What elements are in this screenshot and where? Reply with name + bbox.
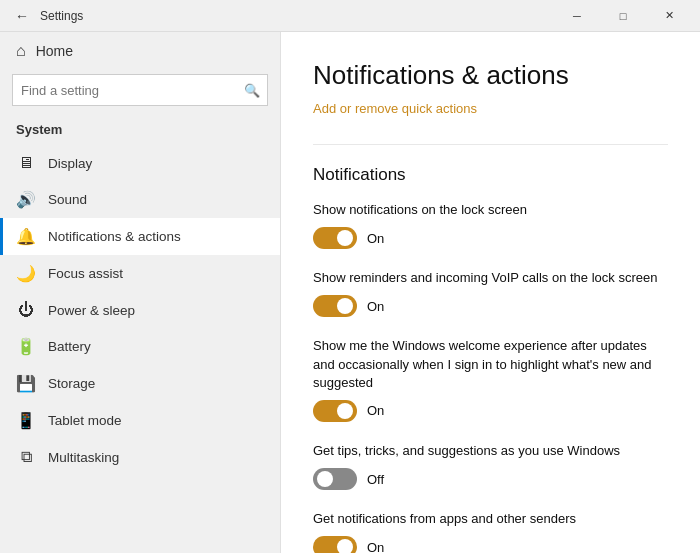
setting-app-notif-label: Get notifications from apps and other se… bbox=[313, 510, 668, 528]
sidebar-item-tablet[interactable]: 📱 Tablet mode bbox=[0, 402, 280, 439]
title-bar: ← Settings ─ □ ✕ bbox=[0, 0, 700, 32]
close-button[interactable]: ✕ bbox=[646, 0, 692, 32]
toggle-welcome-experience[interactable] bbox=[313, 400, 357, 422]
toggle-tips-tricks[interactable] bbox=[313, 468, 357, 490]
tablet-icon: 📱 bbox=[16, 411, 36, 430]
app-body: ⌂ Home 🔍 System 🖥 Display 🔊 Sound 🔔 Noti… bbox=[0, 32, 700, 553]
toggle-lock-screen-notif-thumb bbox=[337, 230, 353, 246]
toggle-tips-tricks-state: Off bbox=[367, 472, 384, 487]
home-label: Home bbox=[36, 43, 73, 59]
toggle-app-notif-thumb bbox=[337, 539, 353, 553]
sidebar-item-battery-label: Battery bbox=[48, 339, 91, 354]
toggle-lock-screen-notif-state: On bbox=[367, 231, 384, 246]
toggle-voip-notif-state: On bbox=[367, 299, 384, 314]
sidebar-item-power[interactable]: ⏻ Power & sleep bbox=[0, 292, 280, 328]
search-input[interactable] bbox=[12, 74, 268, 106]
toggle-voip-notif-thumb bbox=[337, 298, 353, 314]
setting-welcome-experience-label: Show me the Windows welcome experience a… bbox=[313, 337, 668, 392]
divider bbox=[313, 144, 668, 145]
toggle-lock-screen-notif[interactable] bbox=[313, 227, 357, 249]
sidebar-item-sound-label: Sound bbox=[48, 192, 87, 207]
maximize-icon: □ bbox=[620, 10, 627, 22]
home-icon: ⌂ bbox=[16, 42, 26, 60]
setting-welcome-experience: Show me the Windows welcome experience a… bbox=[313, 337, 668, 422]
toggle-welcome-experience-track bbox=[313, 400, 357, 422]
toggle-voip-notif-track bbox=[313, 295, 357, 317]
sidebar-item-storage[interactable]: 💾 Storage bbox=[0, 365, 280, 402]
quick-actions-link[interactable]: Add or remove quick actions bbox=[313, 101, 477, 116]
back-icon: ← bbox=[15, 8, 29, 24]
minimize-button[interactable]: ─ bbox=[554, 0, 600, 32]
setting-app-notif-toggle-row: On bbox=[313, 536, 668, 553]
sidebar-item-focus[interactable]: 🌙 Focus assist bbox=[0, 255, 280, 292]
setting-welcome-experience-toggle-row: On bbox=[313, 400, 668, 422]
main-panel: Notifications & actions Add or remove qu… bbox=[280, 32, 700, 553]
sidebar-item-focus-label: Focus assist bbox=[48, 266, 123, 281]
setting-tips-tricks: Get tips, tricks, and suggestions as you… bbox=[313, 442, 668, 490]
setting-voip-notif: Show reminders and incoming VoIP calls o… bbox=[313, 269, 668, 317]
notifications-icon: 🔔 bbox=[16, 227, 36, 246]
toggle-welcome-experience-state: On bbox=[367, 403, 384, 418]
notifications-section-title: Notifications bbox=[313, 165, 668, 185]
sidebar-item-notifications[interactable]: 🔔 Notifications & actions bbox=[0, 218, 280, 255]
close-icon: ✕ bbox=[665, 9, 674, 22]
sidebar-item-notifications-label: Notifications & actions bbox=[48, 229, 181, 244]
toggle-voip-notif[interactable] bbox=[313, 295, 357, 317]
page-title: Notifications & actions bbox=[313, 60, 668, 91]
sidebar-search-container: 🔍 bbox=[12, 74, 268, 106]
sidebar-section-label: System bbox=[0, 118, 280, 145]
toggle-app-notif-state: On bbox=[367, 540, 384, 553]
back-button[interactable]: ← bbox=[8, 2, 36, 30]
sidebar-item-tablet-label: Tablet mode bbox=[48, 413, 122, 428]
toggle-app-notif[interactable] bbox=[313, 536, 357, 553]
sidebar-item-multitasking-label: Multitasking bbox=[48, 450, 119, 465]
window-title: Settings bbox=[40, 9, 83, 23]
sidebar-item-display-label: Display bbox=[48, 156, 92, 171]
setting-lock-screen-notif-toggle-row: On bbox=[313, 227, 668, 249]
window-controls: ─ □ ✕ bbox=[554, 0, 692, 32]
toggle-tips-tricks-thumb bbox=[317, 471, 333, 487]
power-icon: ⏻ bbox=[16, 301, 36, 319]
minimize-icon: ─ bbox=[573, 10, 581, 22]
maximize-button[interactable]: □ bbox=[600, 0, 646, 32]
setting-lock-screen-notif-label: Show notifications on the lock screen bbox=[313, 201, 668, 219]
setting-voip-notif-toggle-row: On bbox=[313, 295, 668, 317]
sidebar-item-home[interactable]: ⌂ Home bbox=[0, 32, 280, 70]
setting-voip-notif-label: Show reminders and incoming VoIP calls o… bbox=[313, 269, 668, 287]
sound-icon: 🔊 bbox=[16, 190, 36, 209]
sidebar-item-display[interactable]: 🖥 Display bbox=[0, 145, 280, 181]
sidebar-item-power-label: Power & sleep bbox=[48, 303, 135, 318]
sidebar-item-multitasking[interactable]: ⧉ Multitasking bbox=[0, 439, 280, 475]
sidebar-item-battery[interactable]: 🔋 Battery bbox=[0, 328, 280, 365]
setting-lock-screen-notif: Show notifications on the lock screen On bbox=[313, 201, 668, 249]
battery-icon: 🔋 bbox=[16, 337, 36, 356]
setting-app-notif: Get notifications from apps and other se… bbox=[313, 510, 668, 553]
toggle-tips-tricks-track bbox=[313, 468, 357, 490]
toggle-lock-screen-notif-track bbox=[313, 227, 357, 249]
focus-icon: 🌙 bbox=[16, 264, 36, 283]
setting-tips-tricks-toggle-row: Off bbox=[313, 468, 668, 490]
toggle-welcome-experience-thumb bbox=[337, 403, 353, 419]
sidebar-item-storage-label: Storage bbox=[48, 376, 95, 391]
display-icon: 🖥 bbox=[16, 154, 36, 172]
search-icon: 🔍 bbox=[244, 83, 260, 98]
setting-tips-tricks-label: Get tips, tricks, and suggestions as you… bbox=[313, 442, 668, 460]
sidebar-item-sound[interactable]: 🔊 Sound bbox=[0, 181, 280, 218]
sidebar: ⌂ Home 🔍 System 🖥 Display 🔊 Sound 🔔 Noti… bbox=[0, 32, 280, 553]
multitasking-icon: ⧉ bbox=[16, 448, 36, 466]
toggle-app-notif-track bbox=[313, 536, 357, 553]
storage-icon: 💾 bbox=[16, 374, 36, 393]
